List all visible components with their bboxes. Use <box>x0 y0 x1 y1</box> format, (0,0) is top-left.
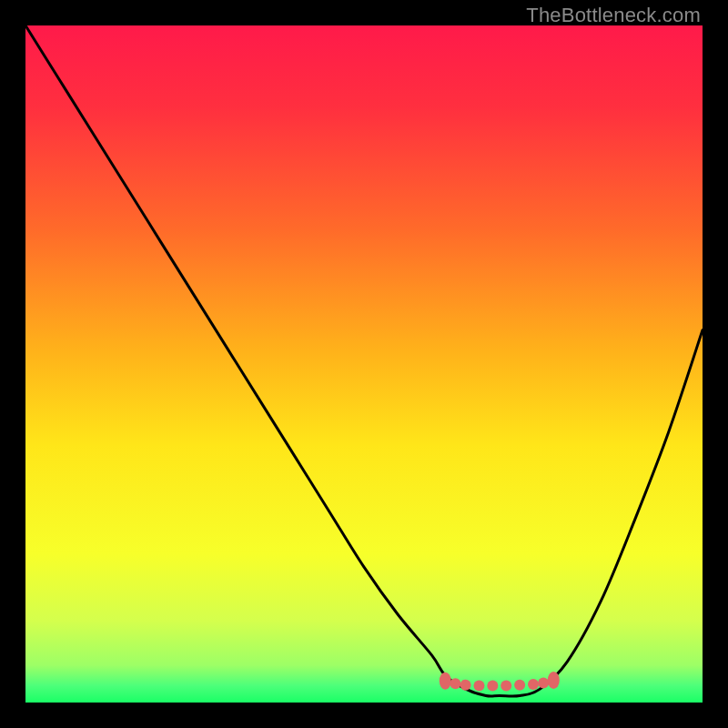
marker-dot <box>450 678 460 689</box>
watermark-text: TheBottleneck.com <box>526 4 701 27</box>
marker-dot <box>528 679 539 690</box>
chart-svg <box>25 25 703 703</box>
marker-dot <box>440 672 451 690</box>
marker-dot <box>460 680 471 691</box>
marker-dot <box>514 680 525 691</box>
marker-dot <box>473 680 484 691</box>
marker-dot <box>548 672 560 689</box>
marker-dot <box>500 680 511 691</box>
marker-dot <box>538 677 549 688</box>
marker-dot <box>487 680 498 691</box>
chart-frame <box>25 25 703 703</box>
